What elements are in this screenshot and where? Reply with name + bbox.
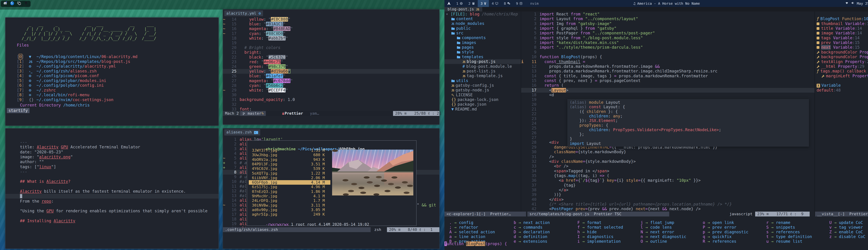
music-module[interactable]: ♫ America - A Horse with No Name	[444, 0, 868, 7]
startify-entry[interactable]: [6] ⚙~/.config/polybar/config.ini	[17, 83, 230, 88]
tree-item-style[interactable]: style	[457, 50, 474, 54]
tree-item-gatsby-config.js[interactable]: JSgatsby-config.js	[452, 83, 494, 88]
code-line[interactable]: i11 const thumbnail =	[521, 59, 814, 64]
yml-line[interactable]: 19	[223, 40, 439, 45]
vista-item[interactable]: image Variable:14	[817, 31, 868, 35]
code-line[interactable]: 13 props.data.markdownRemark.frontmatter…	[521, 69, 814, 74]
whichkey-item-j[interactable]: j → float jump	[641, 220, 703, 225]
tree-item-README.md[interactable]: ▼README.md	[452, 107, 477, 112]
file-picker-item[interactable]: 4Y6C0JV.jpg539 K	[249, 166, 330, 171]
tree-item-package-lock.json[interactable]: {}package-lock.json	[452, 97, 498, 102]
code-line[interactable]: 7import "katex/dist/katex.min.css"	[521, 40, 814, 45]
startify-entry[interactable]: [8] ≡~/.local/bin/rofi-menu	[17, 92, 230, 97]
file-picker-item[interactable]: 9hMxcHr.jpg4.1 M	[249, 194, 330, 198]
yml-line[interactable]: ~17 cyan: "#88C0D0"	[223, 31, 439, 36]
tree-item-utils[interactable]: utils	[452, 78, 468, 83]
whichkey-item-t[interactable]: t → type definition	[766, 234, 829, 239]
whichkey-item-o[interactable]: o → open link	[703, 220, 765, 225]
whichkey-item-q[interactable]: q → quickfix	[703, 234, 765, 239]
tree-item-LICENSE[interactable]: LICENSE	[452, 92, 473, 97]
yml-line[interactable]: 20 # Bright colors	[223, 45, 439, 50]
code-line[interactable]: 10function BlogPost(props) {	[521, 55, 814, 59]
file-picker-item[interactable]: 04PDl3F.jpg3.51 M	[249, 162, 330, 166]
whichkey-item-b[interactable]: b → next action	[514, 220, 576, 225]
whichkey-item-f[interactable]: f → format selected	[578, 225, 640, 230]
vista-item[interactable]: __html Property:29	[817, 64, 868, 69]
file-picker-popup[interactable]: chris@machine ~/Pics/wallpapers/6QbF0pb.…	[247, 140, 416, 226]
yml-line[interactable]: 24 green: "#98c379"	[223, 64, 439, 69]
code-line[interactable]: 36 <a href={`/${tag}`} key={i} style={{ …	[521, 178, 814, 183]
file-picker-item[interactable]: 5oXQT7g.jpg1.22 M	[249, 171, 330, 176]
whichkey-item-S[interactable]: S → snippets	[766, 225, 829, 230]
yml-line[interactable]: 25 yellow: "#d19a66"	[223, 69, 439, 74]
whichkey-item-.[interactable]: . → config	[449, 220, 512, 225]
yml-line[interactable]: 30	[223, 92, 439, 97]
startify-entry[interactable]: [0] ▼~/Repos/blog/content/Linux/06-alacr…	[17, 54, 230, 59]
file-picker-item[interactable]: ad6v90y.jpg3.05 M	[249, 207, 330, 212]
code-line[interactable]: 37 {tag}	[521, 183, 814, 188]
yml-line[interactable]: 27 magenta: "#c678dd"	[223, 79, 439, 83]
startify-entry[interactable]: [1] JS~/Repos/blog/src/templates/blog-po…	[17, 59, 230, 64]
code-line[interactable]: 14 const { title, image, tags } = props.…	[521, 74, 814, 78]
startify-entry[interactable]: [9] {}~/.config/nvim/coc-settings.json	[17, 98, 230, 102]
wifi-icon[interactable]	[845, 1, 848, 6]
whichkey-item-Z[interactable]: Z → enable CoC	[829, 230, 868, 234]
yml-line[interactable]: 22 black: "#5c6370"	[223, 55, 439, 60]
whichkey-item-A[interactable]: A → selected action	[449, 230, 512, 234]
whichkey-item-F[interactable]: F → format	[578, 220, 640, 225]
yml-line[interactable]: 21 bright:	[223, 50, 439, 55]
file-picker-item[interactable]: 3JWY37f.jpg1.31 M	[249, 148, 330, 153]
tree-item-blog-post.module.le[interactable]: #blog-post.module.le	[462, 64, 512, 69]
tree-item-pages[interactable]: pages	[457, 45, 474, 50]
yml-line[interactable]: 33font:	[223, 107, 439, 112]
vista-item[interactable]: XVariable	[817, 83, 868, 88]
code-line[interactable]: 32 <div className={style.markdownBody}>	[521, 159, 814, 164]
code-line[interactable]: 6import style from "./blog-post.module.l…	[521, 36, 814, 40]
file-picker-item[interactable]: 6iibVNY.jpg2.06 M	[249, 176, 330, 180]
file-picker-item[interactable]: 3UwJhbg.jpg680 K	[249, 153, 330, 157]
whichkey-item-z[interactable]: z → disable CoC	[829, 234, 868, 239]
yml-line[interactable]: ~29 white: "#ECEFF4"	[223, 88, 439, 92]
vista-item[interactable]: ƒBlogPost Function:10	[817, 17, 868, 21]
code-line[interactable]: 33 <br />	[521, 164, 814, 168]
code-line[interactable]: 4import { graphql } from "gatsby"	[521, 26, 814, 31]
file-picker-item[interactable]: 07nEzQ3.jpg1.86 M	[249, 189, 330, 194]
tree-item-package.json[interactable]: {}package.json	[452, 102, 487, 107]
code-line[interactable]: 16 return (	[521, 83, 814, 88]
yml-buffer[interactable]: ~14 yellow: "#EBCB8B"~15 blue: "#81A1C1"…	[223, 9, 439, 124]
code-line[interactable]: 31 />	[521, 155, 814, 159]
code-line[interactable]: 40 </div>	[521, 197, 814, 202]
screens-icon[interactable]	[17, 1, 21, 6]
yml-line[interactable]: ~14 yellow: "#EBCB8B"	[223, 17, 439, 22]
code-line[interactable]: 1import React from "react"	[521, 12, 814, 17]
whichkey-item-l[interactable]: l → code lens	[641, 225, 703, 230]
whichkey-item-;[interactable]: ; → refactor	[449, 225, 512, 230]
file-picker-item[interactable]: 4bORVJa.jpg943 K	[249, 158, 330, 162]
whichkey-item-p[interactable]: p → prev diagnostic	[703, 230, 765, 234]
system-tray[interactable]	[1, 1, 31, 7]
tree-item-post-list.js[interactable]: JSpost-list.js	[462, 69, 495, 74]
startify-entry[interactable]: [4] ⚙~/.config/picom/picom.conf	[17, 74, 230, 78]
code-line[interactable]: 2import Layout from "../components/layou…	[521, 17, 814, 21]
code-line[interactable]: 8import "../style/themes/prism-darcula.l…	[521, 45, 814, 50]
yml-line[interactable]: 28 cyan: "#56b6c2"	[223, 83, 439, 88]
vista-item[interactable]: backgroundColor Property:	[817, 50, 868, 55]
startify-entry[interactable]: [3] ›_~/.config/zsh/aliases.zsh	[17, 69, 230, 74]
tree-item-blog-post.js[interactable]: JSblog-post.js	[444, 59, 521, 64]
code-line[interactable]: 42 <PostPager prev={prev && prev.node} n…	[521, 206, 814, 211]
tree-item-tag-template.js[interactable]: JStag-template.js	[462, 74, 503, 78]
explorer-root[interactable]: ▾ [FILE]: blog /home/chris/Rep	[446, 12, 518, 17]
whichkey-item-I[interactable]: I → diagnostics	[578, 234, 640, 239]
yml-line[interactable]: ~15 blue: "#81A1C1"	[223, 22, 439, 26]
whichkey-item-P[interactable]: P → prev error	[703, 225, 765, 230]
whichkey-item-h[interactable]: h → hide	[578, 230, 640, 234]
discord-icon[interactable]	[3, 1, 7, 6]
whichkey-item-n[interactable]: n → next diagnostic	[641, 234, 703, 239]
yml-line[interactable]: 18 white: "#abb2bf"	[223, 36, 439, 40]
vista-item[interactable]: tags Variable:14	[817, 36, 868, 40]
code-line[interactable]: 9	[521, 50, 814, 55]
vista-item[interactable]: marginLeft Property:36	[822, 74, 868, 78]
yml-line[interactable]: 32	[223, 102, 439, 107]
code-line[interactable]: 17 <Layout>	[521, 88, 814, 92]
volume-icon[interactable]	[851, 1, 855, 6]
